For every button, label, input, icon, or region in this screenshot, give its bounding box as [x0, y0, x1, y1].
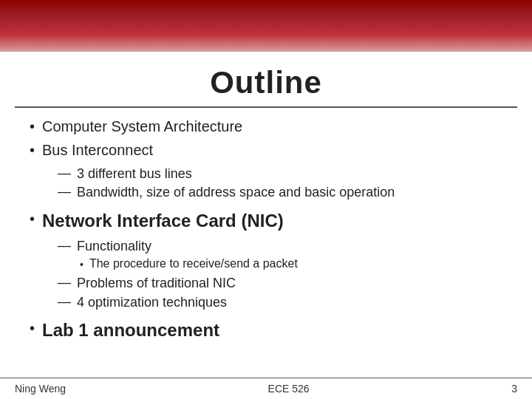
- dash-icon: —: [58, 238, 71, 253]
- bullet-item: • Computer System Architecture: [30, 117, 502, 136]
- sub-item: — 3 different bus lines: [58, 166, 502, 183]
- footer-course: ECE 526: [268, 383, 310, 395]
- sub-item: — Functionality: [58, 238, 502, 255]
- small-bullet-icon: •: [80, 259, 83, 270]
- bullet-dot: •: [30, 118, 35, 135]
- sub-text: 3 different bus lines: [77, 166, 192, 183]
- sub-sub-item: • The procedure to receive/send a packet: [80, 256, 502, 272]
- sub-text: Functionality: [77, 238, 151, 255]
- sub-item: — Problems of traditional NIC: [58, 275, 502, 292]
- bullet-dot: •: [30, 142, 35, 159]
- footer: Ning Weng ECE 526 3: [0, 378, 532, 399]
- sub-sub-text: The procedure to receive/send a packet: [89, 256, 298, 272]
- footer-page-number: 3: [511, 383, 517, 395]
- bullet-text: Computer System Architecture: [42, 117, 242, 136]
- dash-icon: —: [58, 275, 71, 290]
- bullet-item: • Lab 1 announcement: [30, 318, 502, 341]
- title-area: Outline: [15, 58, 517, 108]
- bullet-text: Bus Interconnect: [42, 140, 153, 160]
- slide: Outline • Computer System Architecture •…: [0, 0, 532, 399]
- bullet-text-large: Network Interface Card (NIC): [42, 209, 284, 232]
- sub-sub-items: • The procedure to receive/send a packet: [80, 256, 502, 272]
- dash-icon: —: [58, 166, 71, 181]
- sub-items: — Functionality • The procedure to recei…: [58, 238, 502, 313]
- bullet-text-large: Lab 1 announcement: [42, 318, 219, 341]
- sub-text: Problems of traditional NIC: [77, 275, 236, 292]
- sub-item: — 4 optimization techniques: [58, 294, 502, 311]
- sub-text: Bandwidth, size of address space and bas…: [77, 184, 395, 201]
- sub-text: 4 optimization techniques: [77, 294, 227, 311]
- bullet-item: • Bus Interconnect: [30, 140, 502, 160]
- dash-icon: —: [58, 294, 71, 310]
- dash-icon: —: [58, 184, 71, 200]
- content-area: • Computer System Architecture • Bus Int…: [0, 108, 532, 378]
- slide-title: Outline: [210, 65, 322, 100]
- sub-item: — Bandwidth, size of address space and b…: [58, 184, 502, 201]
- bullet-dot: •: [30, 211, 35, 228]
- title-section: Outline: [0, 52, 532, 108]
- bullet-item: • Network Interface Card (NIC): [30, 209, 502, 232]
- header-bar: [0, 0, 532, 52]
- bullet-dot: •: [30, 320, 35, 337]
- footer-author: Ning Weng: [15, 383, 66, 395]
- sub-items: — 3 different bus lines — Bandwidth, siz…: [58, 166, 502, 203]
